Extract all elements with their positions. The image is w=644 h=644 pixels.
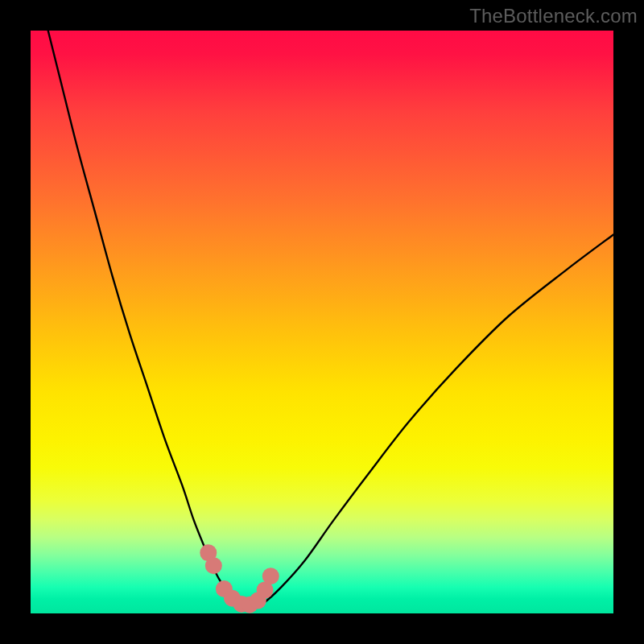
chart-frame: TheBottleneck.com [0,0,644,644]
curve-path [48,31,613,608]
plot-area [31,31,613,613]
chart-svg [31,31,613,613]
marker-dot [205,557,222,574]
highlighted-points [200,544,279,613]
marker-dot [262,568,279,584]
bottleneck-curve [48,31,613,608]
watermark-text: TheBottleneck.com [469,5,638,27]
